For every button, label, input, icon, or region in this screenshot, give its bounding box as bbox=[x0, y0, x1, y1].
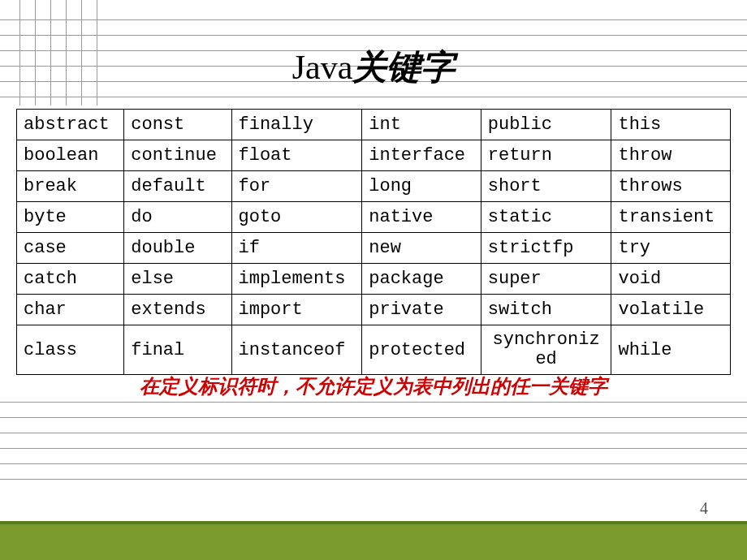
table-row: bytedogotonativestatictransient bbox=[17, 202, 731, 233]
table-row: catchelseimplementspackagesupervoid bbox=[17, 264, 731, 295]
keywords-table: abstractconstfinallyintpublicthisboolean… bbox=[16, 109, 731, 375]
table-row: casedoubleifnewstrictfptry bbox=[17, 233, 731, 264]
page-number: 4 bbox=[700, 499, 708, 518]
table-row: breakdefaultforlongshortthrows bbox=[17, 171, 731, 202]
table-cell: this bbox=[611, 110, 731, 140]
table-cell: goto bbox=[231, 202, 362, 233]
table-cell: switch bbox=[481, 295, 611, 325]
table-cell: static bbox=[481, 202, 611, 233]
decor-horizontal-lines-mid bbox=[0, 402, 747, 494]
table-cell: default bbox=[124, 171, 231, 202]
table-cell: const bbox=[124, 110, 231, 140]
table-cell: byte bbox=[17, 202, 124, 233]
footer-bar bbox=[0, 521, 747, 560]
table-row: charextendsimportprivateswitchvolatile bbox=[17, 295, 731, 325]
table-cell: case bbox=[17, 233, 124, 264]
table-cell: instanceof bbox=[231, 325, 362, 375]
table-cell: char bbox=[17, 295, 124, 325]
table-cell: catch bbox=[17, 264, 124, 295]
title-java: Java bbox=[292, 49, 353, 86]
table-cell: strictfp bbox=[481, 233, 611, 264]
table-cell: throws bbox=[611, 171, 731, 202]
table-cell: transient bbox=[611, 202, 731, 233]
table-cell: else bbox=[124, 264, 231, 295]
table-cell: do bbox=[124, 202, 231, 233]
table-cell: continue bbox=[124, 140, 231, 171]
table-cell: private bbox=[362, 295, 481, 325]
table-cell: if bbox=[231, 233, 362, 264]
table-cell: long bbox=[362, 171, 481, 202]
warning-note: 在定义标识符时，不允许定义为表中列出的任一关键字 bbox=[0, 373, 747, 399]
table-cell: break bbox=[17, 171, 124, 202]
table-cell: while bbox=[611, 325, 731, 375]
table-cell: class bbox=[17, 325, 124, 375]
table-cell: import bbox=[231, 295, 362, 325]
table-cell: synchronized bbox=[481, 325, 611, 375]
table-cell: double bbox=[124, 233, 231, 264]
table-cell: return bbox=[481, 140, 611, 171]
table-row: abstractconstfinallyintpublicthis bbox=[17, 110, 731, 140]
table-cell: for bbox=[231, 171, 362, 202]
table-row: booleancontinuefloatinterfacereturnthrow bbox=[17, 140, 731, 171]
table-cell: finally bbox=[231, 110, 362, 140]
table-cell: native bbox=[362, 202, 481, 233]
table-cell: package bbox=[362, 264, 481, 295]
table-cell: float bbox=[231, 140, 362, 171]
table-cell: volatile bbox=[611, 295, 731, 325]
table-cell: extends bbox=[124, 295, 231, 325]
table-cell: throw bbox=[611, 140, 731, 171]
table-cell: int bbox=[362, 110, 481, 140]
table-cell: new bbox=[362, 233, 481, 264]
table-cell: short bbox=[481, 171, 611, 202]
table-cell: super bbox=[481, 264, 611, 295]
page-title: Java关键字 bbox=[0, 45, 747, 90]
table-cell: void bbox=[611, 264, 731, 295]
table-cell: protected bbox=[362, 325, 481, 375]
table-cell: interface bbox=[362, 140, 481, 171]
table-cell: boolean bbox=[17, 140, 124, 171]
table-cell: try bbox=[611, 233, 731, 264]
table-cell: abstract bbox=[17, 110, 124, 140]
table-cell: final bbox=[124, 325, 231, 375]
table-cell: implements bbox=[231, 264, 362, 295]
table-row: classfinalinstanceofprotectedsynchronize… bbox=[17, 325, 731, 375]
table-cell: public bbox=[481, 110, 611, 140]
title-chinese: 关键字 bbox=[352, 49, 455, 86]
